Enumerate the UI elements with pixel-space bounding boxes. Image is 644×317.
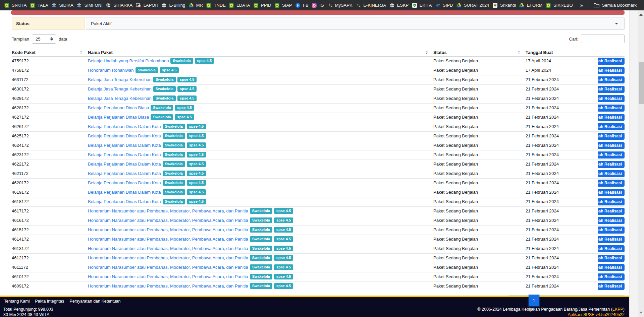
ubah-realisasi-button[interactable]: Ubah Realisasi <box>598 264 625 271</box>
status-select[interactable]: Paket Aktif <box>86 17 625 30</box>
ubah-realisasi-button[interactable]: Ubah Realisasi <box>598 133 625 140</box>
pagination-page-active[interactable]: 1 <box>529 295 539 306</box>
bookmark-1data[interactable]: 1DATA <box>229 3 250 8</box>
column-header-0[interactable]: Kode Paket <box>12 49 88 56</box>
bookmark-tala[interactable]: TALA <box>30 3 48 8</box>
paket-link[interactable]: Honorarium Narasumber atau Pembahas, Mod… <box>88 246 248 251</box>
bookmark-e-kinerja[interactable]: E-KINERJA <box>356 3 386 8</box>
bookmark-label: PPID <box>261 3 271 8</box>
tanggal-cell: 21 Februari 2024 <box>526 103 598 113</box>
search-input[interactable] <box>581 35 625 43</box>
footer-link-pakta-integritas[interactable]: Pakta Integritas <box>35 299 64 304</box>
vertical-scrollbar[interactable] <box>638 10 644 317</box>
bookmark-fb[interactable]: FB <box>295 3 309 8</box>
paket-link[interactable]: Honorarium Narasumber atau Pembahas, Mod… <box>88 283 248 289</box>
ubah-realisasi-button[interactable]: Ubah Realisasi <box>598 76 625 83</box>
paket-link[interactable]: Belanja Hadiah yang Bersifat Perlombaan <box>88 58 169 63</box>
bookmark-eform[interactable]: EFORM <box>519 3 542 8</box>
scrollbar-thumb[interactable] <box>639 62 644 104</box>
ubah-realisasi-button[interactable]: Ubah Realisasi <box>598 245 625 252</box>
ubah-realisasi-button[interactable]: Ubah Realisasi <box>598 273 625 280</box>
paket-link[interactable]: Belanja Perjalanan Dinas Dalam Kota <box>88 199 161 204</box>
column-header-2[interactable]: Status <box>433 49 526 56</box>
ubah-realisasi-button[interactable]: Ubah Realisasi <box>598 227 625 234</box>
ubah-realisasi-button[interactable]: Ubah Realisasi <box>598 142 625 149</box>
bookmark-ppid[interactable]: PPID <box>253 3 271 8</box>
ubah-realisasi-button[interactable]: Ubah Realisasi <box>598 180 625 187</box>
bookmark-ekita[interactable]: EKITA <box>412 3 432 8</box>
bookmark-mysapk[interactable]: MySAPK <box>327 3 353 8</box>
ubah-realisasi-button[interactable]: Ubah Realisasi <box>598 151 625 158</box>
bookmark-ig[interactable]: IG <box>312 3 324 8</box>
tanggal-cell: 21 Februari 2024 <box>526 188 598 197</box>
paket-link[interactable]: Belanja Perjalanan Dinas Biasa <box>88 105 149 110</box>
bookmarks-overflow-chevron[interactable]: » <box>576 2 587 8</box>
bookmark-tnde[interactable]: TNDE <box>206 3 225 8</box>
scroll-up-icon[interactable] <box>639 13 643 16</box>
ubah-realisasi-button[interactable]: Ubah Realisasi <box>598 283 625 290</box>
paket-link[interactable]: Belanja Perjalanan Dinas Dalam Kota <box>88 133 161 138</box>
paket-link[interactable]: Belanja Jasa Tenaga Kebersihan <box>88 77 152 82</box>
paket-link[interactable]: Belanja Jasa Tenaga Kebersihan <box>88 96 152 101</box>
ubah-realisasi-button[interactable]: Ubah Realisasi <box>598 58 625 65</box>
bookmark-sidika[interactable]: SIDIKA <box>51 3 73 8</box>
ubah-realisasi-button[interactable]: Ubah Realisasi <box>598 189 625 196</box>
footer-link-tentang-kami[interactable]: Tentang Kami <box>4 299 30 304</box>
all-bookmarks-button[interactable]: Semua Bookmark <box>590 2 640 8</box>
ubah-realisasi-button[interactable]: Ubah Realisasi <box>598 198 625 205</box>
bookmark-eskp[interactable]: ESKP <box>389 3 409 8</box>
bookmark-sipd[interactable]: SIPD <box>435 3 453 8</box>
ubah-realisasi-button[interactable]: Ubah Realisasi <box>598 236 625 243</box>
ubah-realisasi-button[interactable]: Ubah Realisasi <box>598 67 625 74</box>
footer-link-persyaratan-dan-ketentuan[interactable]: Persyaratan dan Ketentuan <box>69 299 120 304</box>
paket-link[interactable]: Belanja Perjalanan Dinas Dalam Kota <box>88 171 161 176</box>
tanggal-cell: 21 Februari 2024 <box>526 281 598 291</box>
bookmark-si-kita[interactable]: SI-KITA <box>4 3 27 8</box>
bookmark-label: SI-KITA <box>12 3 27 8</box>
ubah-realisasi-button[interactable]: Ubah Realisasi <box>598 114 625 121</box>
status-cell: Paket Sedang Berjalan <box>433 150 526 160</box>
paket-link[interactable]: Belanja Perjalanan Dinas Biasa <box>88 115 149 120</box>
action-cell: Ubah Realisasi <box>598 122 625 131</box>
bookmark-simfoni[interactable]: SIMFONI <box>76 3 102 8</box>
bookmark-surat-2024[interactable]: SURAT 2024 <box>456 3 489 8</box>
bookmark-srikandi[interactable]: Srikandi <box>492 3 516 8</box>
bookmark-sikrebo[interactable]: SIKREBO <box>546 3 573 8</box>
ubah-realisasi-button[interactable]: Ubah Realisasi <box>598 208 625 215</box>
ubah-realisasi-button[interactable]: Ubah Realisasi <box>598 161 625 168</box>
paket-link[interactable]: Honorarium Narasumber atau Pembahas, Mod… <box>88 227 248 232</box>
paket-link[interactable]: Belanja Jasa Tenaga Kebersihan <box>88 86 152 91</box>
bookmark-mr[interactable]: MR <box>189 3 203 8</box>
tanggal-cell: 21 Februari 2024 <box>526 216 598 225</box>
paket-link[interactable]: Belanja Perjalanan Dinas Dalam Kota <box>88 152 161 157</box>
column-header-1[interactable]: Nama Paket <box>88 49 433 56</box>
bookmark-e-billing[interactable]: E-Billing <box>161 3 185 8</box>
paket-link[interactable]: Honorarium Narasumber atau Pembahas, Mod… <box>88 208 248 213</box>
paket-link[interactable]: Belanja Perjalanan Dinas Dalam Kota <box>88 143 161 148</box>
ubah-realisasi-button[interactable]: Ubah Realisasi <box>598 217 625 224</box>
paket-link[interactable]: Honorarium Narasumber atau Pembahas, Mod… <box>88 237 248 242</box>
paket-link[interactable]: Belanja Perjalanan Dinas Dalam Kota <box>88 180 161 185</box>
bookmark-lapor[interactable]: LAPOR <box>136 3 158 8</box>
paket-link[interactable]: Honorarium Narasumber atau Pembahas, Mod… <box>88 274 248 279</box>
page-size-select[interactable]: 25 <box>32 35 56 44</box>
ubah-realisasi-button[interactable]: Ubah Realisasi <box>598 86 625 93</box>
lkpp-link[interactable]: LKPP <box>612 307 623 312</box>
bookmark-siap[interactable]: SIAP <box>274 3 292 8</box>
ubah-realisasi-button[interactable]: Ubah Realisasi <box>598 170 625 177</box>
paket-link[interactable]: Honorarium Narasumber atau Pembahas, Mod… <box>88 255 248 260</box>
scroll-down-icon[interactable] <box>639 312 643 314</box>
badge-swakelola: Swakelola <box>151 105 173 111</box>
paket-link[interactable]: Belanja Perjalanan Dinas Dalam Kota <box>88 124 161 129</box>
ubah-realisasi-button[interactable]: Ubah Realisasi <box>598 95 625 102</box>
ubah-realisasi-button[interactable]: Ubah Realisasi <box>598 105 625 112</box>
badge-spse: spse 4.5 <box>274 274 293 279</box>
paket-link[interactable]: Belanja Perjalanan Dinas Dalam Kota <box>88 162 161 167</box>
ubah-realisasi-button[interactable]: Ubah Realisasi <box>598 123 625 130</box>
paket-link[interactable]: Honorarium Narasumber atau Pembahas, Mod… <box>88 218 248 223</box>
bookmark-siharka[interactable]: SIHARKA <box>106 3 132 8</box>
paket-link[interactable]: Honorarium Rohaniwan <box>88 68 134 73</box>
paket-link[interactable]: Honorarium Narasumber atau Pembahas, Mod… <box>88 265 248 270</box>
paket-link[interactable]: Belanja Perjalanan Dinas Dalam Kota <box>88 190 161 195</box>
ubah-realisasi-button[interactable]: Ubah Realisasi <box>598 255 625 262</box>
